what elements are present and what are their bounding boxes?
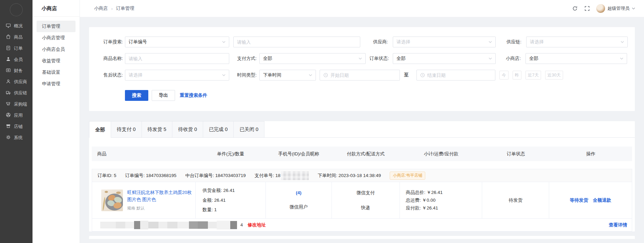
quick-range-yesterday-button[interactable]: 昨: [513, 71, 522, 80]
buyer-id-link[interactable]: (4): [296, 190, 302, 195]
product-title-line1: 旺鲜汪皖北林下散养土鸡蛋20枚: [127, 190, 192, 195]
pay-method-select[interactable]: 全部: [259, 53, 366, 64]
tab-completed[interactable]: 已完成 0: [203, 121, 234, 137]
quick-range-today-button[interactable]: 今: [499, 71, 509, 80]
pay-method-value: 全部: [263, 56, 272, 62]
submenu-item-application-management[interactable]: 申请管理: [37, 78, 76, 90]
search-button[interactable]: 搜索: [125, 90, 148, 101]
product-spec: 规格 默认: [127, 205, 192, 211]
redacted-payment-number: [281, 171, 309, 180]
chevron-down-icon: [632, 7, 635, 9]
supply-chain-placeholder: 请选择: [530, 39, 544, 45]
user-menu[interactable]: 超级管理员: [596, 4, 635, 13]
shop-label: 小商店:: [498, 56, 521, 62]
sidebar-item-overview[interactable]: 概况: [0, 20, 33, 31]
tab-closed[interactable]: 已关闭 0: [234, 121, 264, 137]
time-type-value: 下单时间: [263, 72, 281, 78]
sidebar-item-label: 供应链: [14, 90, 27, 96]
quick-range-7days-button[interactable]: 近7天: [525, 71, 541, 80]
end-date-picker[interactable]: [416, 70, 495, 81]
submenu-item-shop-management[interactable]: 小商店管理: [37, 32, 76, 44]
sidebar-item-label: 会员: [14, 57, 23, 63]
sidebar-item-shop[interactable]: 店铺: [0, 121, 33, 132]
procurement-icon: [6, 101, 11, 107]
supplier-select[interactable]: 请选择: [393, 37, 496, 47]
order-search-input[interactable]: [233, 37, 360, 47]
orders-icon: [6, 45, 11, 51]
sidebar-item-system[interactable]: 系统: [0, 132, 33, 143]
submenu-item-shop-members[interactable]: 小商店会员: [37, 44, 76, 55]
shop-icon: [6, 124, 11, 130]
tab-pending-payment[interactable]: 待支付 0: [111, 121, 142, 137]
start-date-picker[interactable]: [320, 70, 400, 81]
next-order-card-edge: [89, 236, 635, 239]
submenu-item-basic-settings[interactable]: 基础设置: [37, 67, 76, 78]
tab-pending-shipment[interactable]: 待发货 5: [142, 121, 173, 137]
reset-filters-link[interactable]: 重置搜索条件: [180, 92, 207, 98]
quick-range-30days-button[interactable]: 近30天: [545, 71, 563, 80]
shop-select[interactable]: 全部: [525, 53, 627, 64]
tab-all[interactable]: 全部: [89, 121, 111, 138]
submenu-item-revenue-management[interactable]: 收益管理: [37, 55, 76, 67]
fullscreen-icon[interactable]: [584, 5, 590, 12]
export-button[interactable]: 导出: [152, 90, 175, 101]
chevron-down-icon: [309, 74, 312, 76]
supply-chain-icon: [6, 90, 11, 96]
col-product: 商品: [92, 151, 195, 157]
product-image[interactable]: [101, 190, 123, 211]
sidebar-item-supply-chain[interactable]: 供应链: [0, 87, 33, 98]
unit-price-cell: 供货金额: 26.41 金额: 26.41 数量: 1: [196, 182, 266, 218]
sidebar-item-label: 财务: [14, 68, 23, 74]
workspace-avatar[interactable]: [10, 3, 23, 16]
shop-value: 全部: [529, 56, 538, 62]
order-product-row: 旺鲜汪皖北林下散养土鸡蛋20枚 图片色 图片色 规格 默认 供货金额: 26.4…: [92, 182, 632, 218]
quantity: 数量: 1: [202, 206, 265, 213]
end-date-input[interactable]: [427, 73, 492, 78]
start-date-input[interactable]: [330, 73, 396, 78]
order-status-label: 订单状态:: [367, 56, 389, 62]
order-status-select[interactable]: 全部: [393, 53, 496, 64]
edit-address-link[interactable]: 修改地址: [248, 222, 266, 228]
sidebar-item-label: 采购端: [14, 101, 27, 107]
tab-pending-receipt[interactable]: 待收货 0: [172, 121, 203, 137]
sidebar-item-goods[interactable]: 商品: [0, 31, 33, 43]
chevron-down-icon: [620, 58, 623, 60]
order-search-type-value: 订单编号: [129, 39, 147, 45]
apps-icon: [6, 112, 11, 118]
payment-number-prefix: 支付单号: 18: [255, 173, 281, 178]
supply-amount: 供货金额: 26.41: [202, 187, 265, 194]
sidebar-item-orders[interactable]: 订单: [0, 43, 33, 54]
sidebar-item-procurement[interactable]: 采购端: [0, 98, 33, 110]
full-refund-link[interactable]: 全额退款: [593, 197, 611, 203]
await-shipment-link[interactable]: 等待发货: [570, 197, 588, 203]
col-unit-price-qty: 单件(元)/数量: [195, 151, 265, 157]
user-avatar: [596, 4, 605, 13]
order-search-type-select[interactable]: 订单编号: [125, 37, 229, 47]
aftersale-placeholder: 请选择: [129, 72, 143, 78]
freight-total: 总运费: ￥0.00: [406, 197, 482, 203]
breadcrumb-shop[interactable]: 小商店: [94, 5, 108, 12]
system-icon: [6, 135, 11, 141]
chevron-down-icon: [359, 58, 362, 60]
subtotal-cell: 商品总价: ￥26.41 总运费: ￥0.00 应付款: ￥26.41: [400, 182, 482, 218]
sidebar-item-supplier[interactable]: 供应商: [0, 76, 33, 87]
topbar: 小商店 › 订单管理 超级管理员: [80, 0, 644, 17]
sidebar-item-label: 应用: [14, 112, 23, 118]
filter-panel: 订单搜索: 订单编号 供应商: 请选择 供应链: 请选择: [89, 27, 635, 111]
chevron-down-icon: [222, 74, 226, 76]
col-pay-delivery: 付款方式/配送方式: [332, 151, 400, 157]
aftersale-status-select[interactable]: 请选择: [125, 70, 229, 81]
sidebar-item-apps[interactable]: 应用: [0, 110, 33, 121]
product-title-link[interactable]: 旺鲜汪皖北林下散养土鸡蛋20枚 图片色 图片色: [127, 189, 192, 203]
view-detail-link[interactable]: 查看详情: [609, 222, 627, 228]
refresh-icon[interactable]: [572, 5, 578, 12]
submenu-item-order-management[interactable]: 订单管理: [37, 21, 76, 32]
product-name-label: 商品名称:: [96, 56, 123, 62]
sidebar-item-finance[interactable]: 财务: [0, 65, 33, 76]
order-time: 下单时间: 2023-03-18 14:38:49: [318, 173, 381, 179]
product-name-input[interactable]: [125, 53, 229, 64]
sidebar-item-members[interactable]: 会员: [0, 54, 33, 65]
status-badge: 待发货: [509, 197, 523, 203]
time-type-select[interactable]: 下单时间: [259, 70, 316, 81]
supply-chain-select[interactable]: 请选择: [526, 37, 628, 47]
